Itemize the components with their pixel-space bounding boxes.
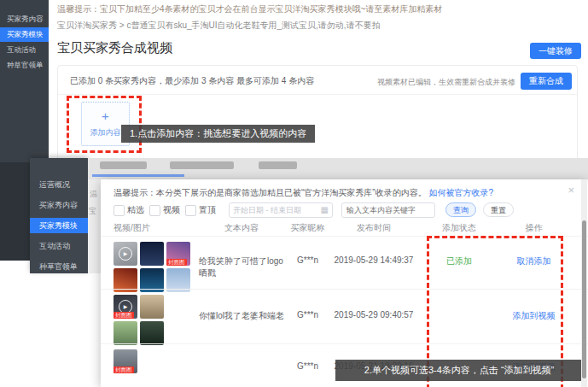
dimmed-tab-1[interactable]: [100, 161, 147, 169]
filter-pinned[interactable]: 置顶: [185, 204, 216, 216]
image-thumbnail[interactable]: [140, 242, 164, 266]
sidebar-item-interactive-activity[interactable]: 互动活动: [0, 43, 49, 57]
sidebar-item-buyer-show-content[interactable]: 买家秀内容: [30, 197, 88, 213]
header-media: 视频/图片: [114, 222, 199, 234]
buyer-nick: G***n: [284, 310, 331, 320]
annotation-step2: 2.单个视频可选3-4条内容，点击 “添加到视频”: [335, 360, 583, 381]
filter-label: 精选: [127, 204, 144, 216]
header-nick: 买家昵称: [284, 222, 331, 234]
checkbox-icon[interactable]: [185, 205, 196, 216]
sidebar-item-interactive-activity[interactable]: 互动活动: [30, 238, 88, 254]
dimmed-tab-3[interactable]: [259, 161, 297, 169]
checkbox-icon[interactable]: [149, 205, 160, 216]
play-icon: ▶: [119, 247, 132, 261]
video-edited-status: 视频素材已编辑，生效需重新合成并装修: [377, 77, 515, 88]
sidebar-item-buyer-show-module[interactable]: 买家秀模块: [30, 218, 88, 233]
buyer-show-window: 买家秀内容 买家秀模块 互动活动 种草官领单 温馨提示：宝贝下加精至少4条素材的…: [0, 0, 588, 162]
modal-tip: 温馨提示：本分类下展示的是商家筛选加精且已被“官方洋淘买家秀库”收录的内容。 如…: [114, 187, 493, 199]
dimmed-tab-bar: [88, 158, 588, 179]
table-header: 视频/图片 文本内容 买家昵称 发布时间 添加状态 操作: [101, 222, 588, 236]
annotation-step1: 1.点击添加内容：挑选想要进入视频的内容: [121, 125, 315, 143]
cover-tag: 封面图: [114, 366, 134, 373]
screenshot-stage: 买家秀内容 买家秀模块 互动活动 种草官领单 温馨提示：宝贝下加精至少4条素材的…: [0, 0, 588, 387]
header-time: 发布时间: [331, 222, 416, 234]
sidebar-item-buyer-show-content[interactable]: 买家秀内容: [0, 12, 49, 26]
cover-tag: 封面图: [166, 259, 187, 266]
cover-tag: 封面图: [114, 312, 134, 319]
dimmed-text-remnant: 温: [90, 189, 97, 200]
image-thumbnail[interactable]: [140, 321, 164, 345]
sidebar-item-grass-order[interactable]: 种草官领单: [30, 259, 88, 274]
scrollbar-thumb[interactable]: [582, 220, 586, 378]
buyer-nick: G***n: [284, 255, 331, 265]
checkbox-icon[interactable]: [114, 205, 125, 216]
sidebar-a-extension: [0, 162, 30, 261]
close-icon[interactable]: ×: [568, 184, 574, 196]
video-thumbnail[interactable]: ▶: [114, 242, 137, 266]
one-click-decorate-button[interactable]: 一键装修: [530, 43, 581, 59]
calendar-icon: ▦: [321, 203, 329, 217]
sidebar-a: 买家秀内容 买家秀模块 互动活动 种草官领单: [0, 0, 49, 162]
page-title: 宝贝买家秀合成视频: [57, 40, 172, 56]
sidebar-item-grass-order[interactable]: 种草官领单: [0, 58, 49, 73]
modal-tip-text: 温馨提示：本分类下展示的是商家筛选加精且已被“官方洋淘买家秀库”收录的内容。: [114, 188, 427, 197]
image-thumbnail[interactable]: [114, 321, 137, 345]
filter-row: 精选 视频 置顶 开始日期 - 结束日期 ▦ 查询 重置: [101, 202, 588, 220]
content-text: 你懂lol我了老婆和端老: [199, 310, 284, 322]
keyword-input[interactable]: [341, 202, 435, 218]
sidebar-item-overview[interactable]: 运营概况: [30, 177, 88, 192]
official-include-link[interactable]: 如何被官方收录?: [428, 188, 493, 197]
thumbnail-grid: ▶ 封面图: [114, 295, 168, 345]
reset-button[interactable]: 重置: [483, 202, 514, 217]
buyer-nick: G***n: [284, 361, 331, 371]
query-button[interactable]: 查询: [445, 202, 476, 217]
active-tab-underline: [92, 174, 184, 177]
image-thumbnail[interactable]: 封面图: [114, 349, 137, 373]
sidebar-item-buyer-show-module[interactable]: 买家秀模块: [0, 27, 49, 42]
filter-label: 置顶: [199, 204, 216, 216]
date-placeholder: 开始日期 - 结束日期: [233, 206, 301, 214]
header-text: 文本内容: [199, 222, 284, 234]
content-text: 给我笑肿了可惜了logo晒戳: [199, 255, 284, 279]
added-count-info: 已添加 0 条买家秀内容，最少添加 3 条内容 最多可添加 4 条内容: [70, 75, 314, 87]
filter-video[interactable]: 视频: [149, 204, 180, 216]
video-thumbnail[interactable]: ▶ 封面图: [114, 295, 137, 319]
publish-time: 2019-05-29 14:49:37: [331, 255, 416, 265]
dimmed-text-remnant: 宝: [89, 206, 96, 217]
publish-time: 2019-05-29 09:40:57: [331, 310, 416, 320]
breadcrumb[interactable]: 宝贝洋淘买家秀 > c普通宝贝有sku_手淘UI自动化老鞋专用_测试宝贝,请勿动…: [57, 20, 381, 32]
header-status: 添加状态: [421, 222, 498, 234]
panel-divider: [58, 94, 577, 95]
recompose-button[interactable]: 重新合成: [521, 73, 572, 90]
select-content-modal: × 温馨提示：本分类下展示的是商家筛选加精且已被“官方洋淘买家秀库”收录的内容。…: [101, 179, 588, 387]
thumbnail-grid: 封面图: [114, 349, 141, 373]
sidebar-b: 运营概况 买家秀内容 买家秀模块 互动活动 种草官领单: [30, 158, 88, 273]
header-action: 操作: [502, 222, 566, 234]
thumbnail-grid: ▶ 封面图: [114, 242, 195, 292]
date-range-field[interactable]: 开始日期 - 结束日期 ▦: [229, 202, 333, 218]
filter-label: 视频: [163, 204, 180, 216]
warm-tip-text: 温馨提示：宝贝下加精至少4条素材的宝贝才会在前台显示宝贝洋淘买家秀模块哦~请至素…: [57, 3, 442, 15]
filter-featured[interactable]: 精选: [114, 204, 144, 216]
image-thumbnail[interactable]: 封面图: [166, 242, 190, 266]
dimmed-tab-2[interactable]: [170, 161, 234, 169]
image-thumbnail[interactable]: [140, 295, 164, 319]
